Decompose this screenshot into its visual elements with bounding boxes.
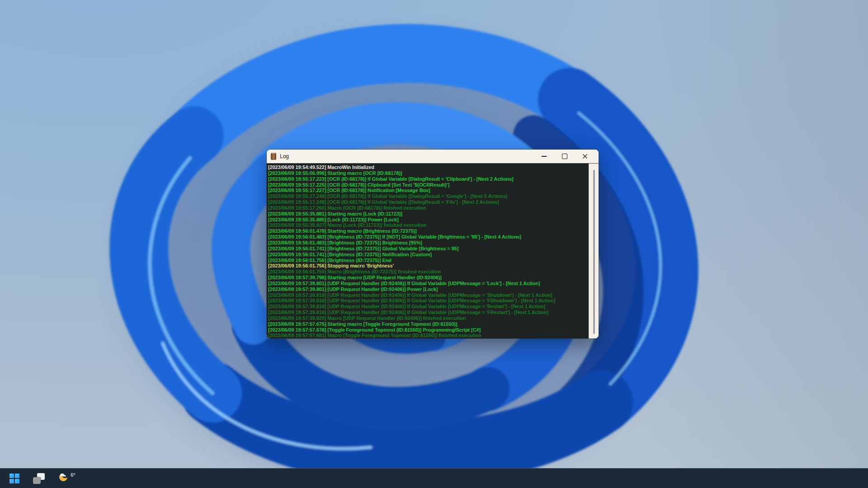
- window-controls: [534, 150, 599, 163]
- close-button[interactable]: [575, 150, 595, 163]
- moon-cloud-icon: [58, 470, 70, 482]
- close-icon: [582, 154, 588, 159]
- log-line: [2023/06/09 19:57:39.818] [UDP Request H…: [268, 298, 589, 304]
- log-line: [2023/06/09 19:54:49.522] MacroWin Initi…: [268, 164, 589, 170]
- log-line: [2023/06/09 19:56:01.483] [Brightness (I…: [268, 240, 589, 246]
- log-line: [2023/06/09 19:57:57.675] Starting macro…: [268, 321, 589, 327]
- minimize-icon: [542, 156, 547, 157]
- log-line: [2023/06/09 19:55:06.996] Starting macro…: [268, 170, 589, 176]
- log-line: [2023/06/09 19:55:17.225] [OCR (ID:68178…: [268, 182, 589, 188]
- log-line: [2023/06/09 19:55:17.248] [OCR (ID:68178…: [268, 193, 589, 199]
- window-titlebar[interactable]: Log: [267, 150, 599, 163]
- log-lines[interactable]: [2023/06/09 19:54:49.522] MacroWin Initi…: [267, 164, 589, 338]
- log-line: [2023/06/09 19:56:01.741] [Brightness (I…: [268, 246, 589, 252]
- log-line: [2023/06/09 19:55:17.260] Macro [OCR (ID…: [268, 205, 589, 211]
- log-body: [2023/06/09 19:54:49.522] MacroWin Initi…: [267, 163, 599, 338]
- log-line: [2023/06/09 19:56:01.483] [Brightness (I…: [268, 234, 589, 240]
- log-app-icon: [271, 153, 276, 160]
- scrollbar-thumb[interactable]: [593, 170, 594, 334]
- log-line: [2023/06/09 19:57:39.818] [UDP Request H…: [268, 292, 589, 298]
- log-line: [2023/06/09 19:56:01.756] Stopping macro…: [268, 263, 589, 269]
- weather-temperature: 6°: [71, 472, 75, 478]
- log-line: [2023/06/09 19:57:39.798] Starting macro…: [268, 275, 589, 281]
- log-line: [2023/06/09 19:57:39.801] [UDP Request H…: [268, 281, 589, 286]
- start-button[interactable]: [6, 470, 23, 487]
- log-line: [2023/06/09 19:55:17.248] [OCR (ID:68178…: [268, 199, 589, 205]
- maximize-button[interactable]: [554, 150, 575, 163]
- log-line: [2023/06/09 19:56:01.478] Starting macro…: [268, 228, 589, 234]
- log-line: [2023/06/09 19:55:17.227] [OCR (ID:68178…: [268, 188, 589, 193]
- vertical-scrollbar[interactable]: [589, 164, 599, 338]
- log-line: [2023/06/09 19:57:57.681] Macro [Toggle …: [268, 333, 589, 338]
- screen: { "window": { "title": "Log" }, "log": {…: [0, 0, 868, 488]
- log-line: [2023/06/09 19:56:01.741] [Brightness (I…: [268, 252, 589, 258]
- log-line: [2023/06/09 19:57:39.801] [UDP Request H…: [268, 286, 589, 292]
- log-line: [2023/06/09 19:55:17.223] [OCR (ID:68178…: [268, 176, 589, 182]
- maximize-icon: [562, 154, 567, 159]
- log-line: [2023/06/09 19:57:39.820] Macro [UDP Req…: [268, 315, 589, 321]
- task-view-icon: [33, 473, 45, 484]
- windows-start-icon: [9, 474, 19, 483]
- log-line: [2023/06/09 19:57:57.678] [Toggle Foregr…: [268, 327, 589, 333]
- log-window: Log [2023/06/09 19:54:49.522] MacroWin I…: [267, 150, 599, 338]
- log-line: [2023/06/09 19:56:01.759] Macro [Brightn…: [268, 269, 589, 275]
- log-line: [2023/06/09 19:55:35.885] [Lock (ID:1172…: [268, 217, 589, 223]
- log-line: [2023/06/09 19:55:35.927] Macro [Lock (I…: [268, 222, 589, 228]
- log-line: [2023/06/09 19:56:01.756] [Brightness (I…: [268, 258, 589, 263]
- minimize-button[interactable]: [534, 150, 554, 163]
- task-view-button[interactable]: [31, 470, 47, 487]
- log-line: [2023/06/09 19:57:39.818] [UDP Request H…: [268, 310, 589, 315]
- weather-widget-button[interactable]: 6°: [55, 470, 79, 487]
- log-line: [2023/06/09 19:55:35.881] Starting macro…: [268, 211, 589, 217]
- window-title: Log: [280, 153, 289, 160]
- log-line: [2023/06/09 19:57:39.818] [UDP Request H…: [268, 304, 589, 310]
- taskbar: 6°: [0, 468, 868, 488]
